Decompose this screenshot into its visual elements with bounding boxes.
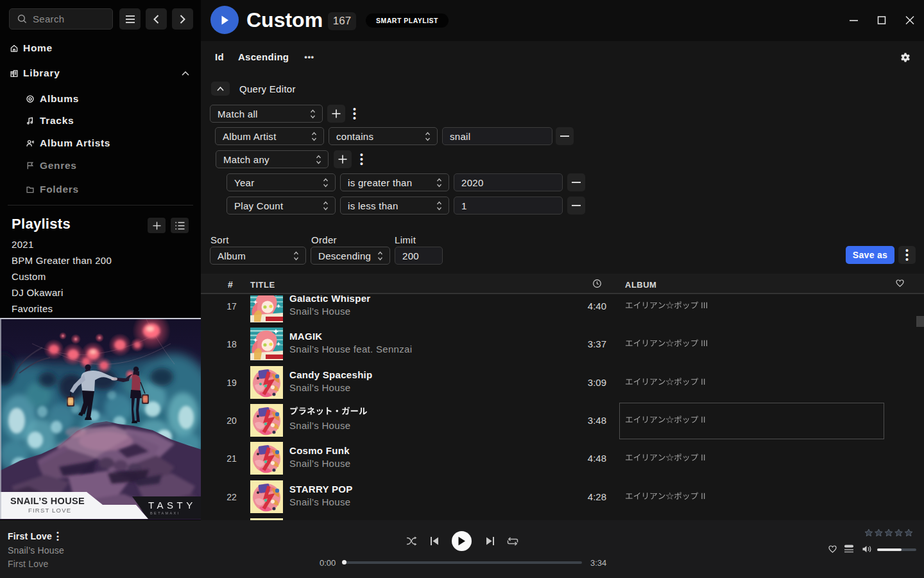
svg-text:BETAMAXI: BETAMAXI — [150, 511, 180, 515]
svg-text:SNAIL’S HOUSE: SNAIL’S HOUSE — [10, 496, 85, 506]
svg-text:TASTY: TASTY — [148, 500, 196, 511]
svg-text:FIRST LOVE: FIRST LOVE — [28, 507, 71, 514]
